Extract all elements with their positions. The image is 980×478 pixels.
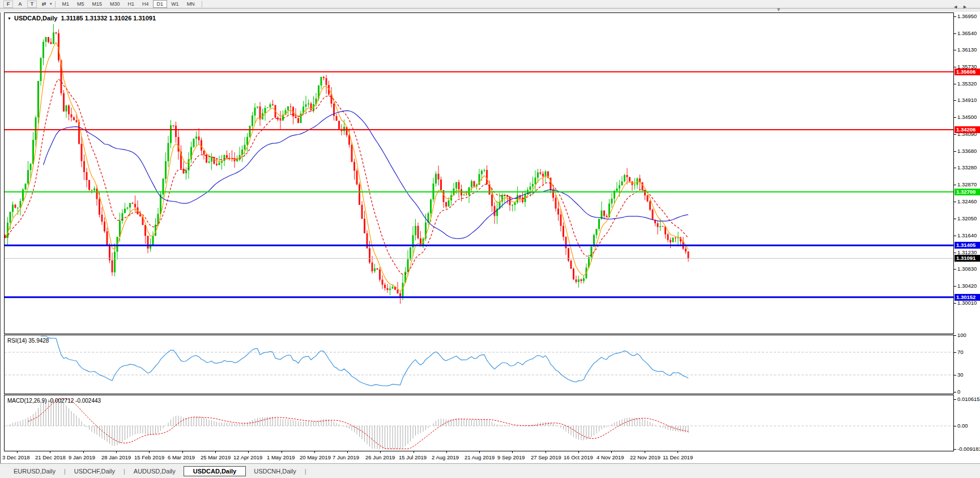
main-price-panel[interactable] — [4, 12, 954, 334]
timeframe-button-mn[interactable]: MN — [183, 0, 199, 8]
date-axis-label: 26 Jun 2019 — [365, 454, 395, 460]
tab-separator: | — [123, 468, 125, 475]
chart-tab-usdchf-daily[interactable]: USDCHF,Daily — [66, 467, 123, 476]
price-axis-label: 1.34910 — [957, 97, 977, 103]
date-axis-label: 28 Jan 2019 — [101, 454, 131, 460]
timeframe-button-h4[interactable]: H4 — [138, 0, 153, 8]
drawing-tools-icon[interactable]: ⇄ — [40, 1, 48, 7]
macd-chart-canvas[interactable] — [5, 395, 953, 451]
tab-scroll-left-icon[interactable]: ◄ — [953, 4, 962, 10]
price-level-badge: 1.32700 — [955, 189, 980, 195]
price-axis-label: 1.32870 — [957, 182, 977, 187]
tab-separator: | — [64, 468, 66, 475]
rsi-axis-label: 0 — [957, 389, 960, 395]
candlestick-series — [5, 24, 689, 304]
date-axis-tick — [83, 451, 84, 453]
price-axis-label: 1.32460 — [957, 199, 977, 204]
timeframe-button-h1[interactable]: H1 — [124, 0, 139, 8]
chart-scrollbar[interactable] — [0, 8, 980, 12]
rsi-chart-canvas[interactable] — [5, 335, 953, 394]
date-axis-label: 9 Sep 2019 — [497, 454, 525, 460]
price-axis-tick — [954, 50, 956, 50]
tab-scroll-arrows: ◄► — [953, 4, 972, 10]
chart-tab-usdcad-daily[interactable]: USDCAD,Daily — [184, 466, 246, 476]
price-axis-label: 1.30010 — [957, 300, 977, 306]
date-axis-label: 16 Oct 2019 — [564, 454, 593, 460]
date-axis-label: 12 Apr 2019 — [233, 454, 262, 460]
macd-indicator-panel[interactable] — [4, 395, 954, 451]
tab-scroll-right-icon[interactable]: ► — [962, 4, 972, 10]
date-axis-tick — [446, 451, 447, 453]
price-level-badge: 1.30152 — [955, 294, 980, 301]
date-axis-label: 20 May 2019 — [300, 454, 331, 460]
date-axis-tick — [546, 451, 546, 453]
date-axis-label: 15 Feb 2019 — [134, 454, 164, 460]
price-axis-tick — [954, 185, 956, 185]
timeframe-button-m1[interactable]: M1 — [58, 0, 74, 8]
date-axis-tick — [149, 451, 150, 453]
timeframe-button-w1[interactable]: W1 — [167, 0, 183, 8]
chart-tab-audusd-daily[interactable]: AUDUSD,Daily — [126, 467, 184, 476]
indicator-list-icon[interactable]: F — [3, 1, 13, 8]
chart-tab-eurusd-daily[interactable]: EURUSD,Daily — [6, 467, 63, 476]
date-axis-tick — [215, 451, 216, 453]
price-axis-label: 1.32050 — [957, 216, 977, 221]
rsi-indicator-panel[interactable] — [4, 335, 954, 394]
candlestick-chart-canvas[interactable] — [5, 13, 953, 334]
price-axis-label: 1.36950 — [957, 14, 977, 19]
rsi-line — [41, 336, 688, 386]
price-level-badge: 1.34206 — [955, 126, 980, 133]
date-axis-label: 6 Mar 2019 — [168, 454, 195, 460]
price-axis-label: 1.36130 — [957, 47, 977, 53]
macd-axis-label: -0.009181 — [957, 446, 980, 452]
date-axis-label: 4 Nov 2019 — [596, 454, 624, 460]
price-axis-tick — [954, 151, 956, 152]
date-axis-label: 25 Mar 2019 — [201, 454, 231, 460]
ma-fast-line[interactable] — [5, 42, 688, 292]
price-axis-label: 1.31640 — [957, 233, 977, 238]
chart-symbol-period: USDCAD,Daily — [14, 15, 57, 22]
price-axis-tick — [954, 236, 956, 236]
macd-axis-tick — [954, 449, 956, 450]
price-axis-tick — [954, 84, 956, 84]
timeframe-button-m30[interactable]: M30 — [106, 0, 124, 8]
date-axis-tick — [645, 451, 645, 453]
price-axis-label: 1.33280 — [957, 165, 977, 170]
date-axis-tick — [380, 451, 381, 453]
price-level-badge: 1.31405 — [955, 242, 980, 249]
date-axis-tick — [314, 451, 315, 453]
text-annotation-icon[interactable]: A — [16, 1, 24, 7]
date-axis-label: 1 May 2019 — [267, 454, 295, 460]
chart-shift-marker-icon[interactable]: ▼ — [776, 7, 781, 12]
timeframe-button-d1[interactable]: D1 — [153, 0, 168, 8]
collapse-data-icon[interactable]: ▼ — [7, 16, 11, 20]
toolbar-separator — [202, 1, 202, 7]
date-axis-tick — [611, 451, 612, 453]
dropdown-caret-icon[interactable]: ▾ — [50, 2, 52, 6]
chart-title: ▼USDCAD,Daily 1.31185 1.31332 1.31026 1.… — [7, 15, 156, 22]
date-axis-tick — [578, 451, 579, 453]
date-axis-tick — [50, 451, 50, 453]
macd-axis-tick — [954, 426, 956, 426]
date-axis-tick — [182, 451, 183, 453]
timeframe-button-m5[interactable]: M5 — [73, 0, 88, 8]
date-axis-label: 7 Jun 2019 — [333, 454, 359, 460]
macd-label: MACD(12,26,9) -0.002712 -0.002443 — [7, 398, 101, 404]
rsi-axis-tick — [954, 375, 956, 375]
rsi-axis-label: 70 — [957, 349, 964, 355]
timeframe-button-m15[interactable]: M15 — [88, 0, 106, 8]
price-axis-label: 1.34500 — [957, 114, 977, 120]
chart-tab-usdcnh-daily[interactable]: USDCNH,Daily — [246, 467, 304, 476]
chart-ohlc-values: 1.31185 1.31332 1.31026 1.31091 — [61, 15, 156, 22]
rsi-axis-tick — [954, 335, 956, 336]
price-axis-tick — [954, 67, 956, 67]
price-axis-tick — [954, 303, 956, 304]
price-axis-tick — [954, 117, 956, 118]
text-label-icon[interactable]: T — [27, 1, 37, 8]
chart-tab-bar: EURUSD,Daily|USDCHF,Daily|AUDUSD,DailyUS… — [0, 463, 980, 478]
price-axis-tick — [954, 168, 956, 168]
macd-axis-label: 0.010615 — [957, 396, 980, 402]
macd-axis-tick — [954, 399, 956, 400]
rsi-axis-label: 30 — [957, 372, 964, 378]
price-axis-label: 1.30420 — [957, 283, 977, 289]
